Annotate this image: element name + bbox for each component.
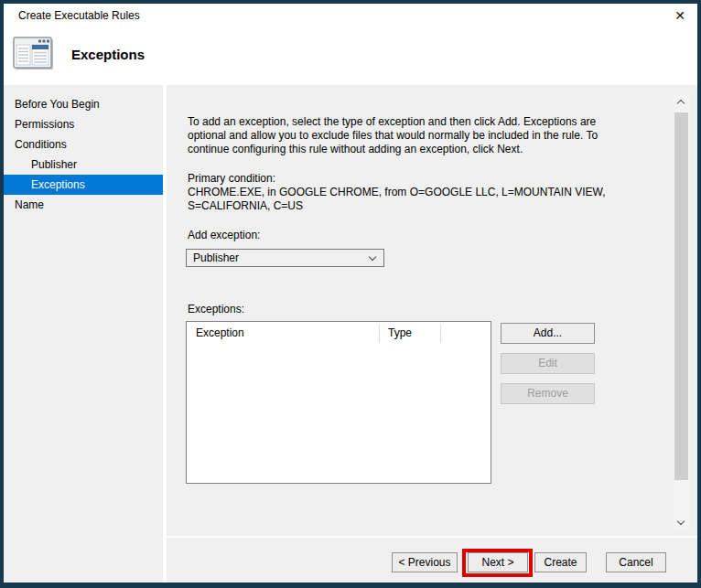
create-executable-rules-dialog: Create Executable Rules ✕ [0,0,701,588]
previous-button[interactable]: < Previous [392,552,458,572]
sidebar-item-permissions[interactable]: Permissions [4,114,163,134]
page-title: Exceptions [71,27,145,82]
exceptions-list-header: Exception Type [187,322,491,345]
titlebar: Create Executable Rules ✕ [4,4,697,27]
wizard-body: Before You Begin Permissions Conditions … [4,85,697,583]
wizard-page-icon [13,37,55,73]
window-title: Create Executable Rules [18,4,140,27]
scroll-down-button[interactable] [674,515,689,530]
sidebar-content-divider [163,85,167,583]
column-separator [440,325,441,343]
exceptions-list[interactable]: Exception Type [186,321,491,484]
cancel-button[interactable]: Cancel [606,552,666,572]
close-icon[interactable]: ✕ [664,5,696,27]
vertical-scrollbar[interactable] [674,94,689,530]
chevron-down-icon [369,253,376,261]
next-button[interactable]: Next > [468,552,528,572]
exception-type-selected-value: Publisher [193,250,239,266]
add-exception-label: Add exception: [188,229,260,242]
create-button[interactable]: Create [534,552,587,572]
intro-text: To add an exception, select the type of … [188,115,652,156]
wizard-step-list: Before You Begin Permissions Conditions … [4,94,163,215]
primary-condition-label: Primary condition: [188,172,275,186]
sidebar-item-name[interactable]: Name [4,195,163,215]
edit-button[interactable]: Edit [501,353,595,374]
sidebar-item-exceptions[interactable]: Exceptions [4,175,163,195]
column-header-type[interactable]: Type [388,322,412,345]
add-button[interactable]: Add... [501,323,595,344]
sidebar-item-conditions[interactable]: Conditions [4,134,163,155]
primary-condition-value: CHROME.EXE, in GOOGLE CHROME, from O=GOO… [188,186,652,213]
column-header-exception[interactable]: Exception [196,322,244,345]
wizard-header: Exceptions [4,27,697,85]
chevron-down-icon [677,518,685,525]
exception-type-dropdown[interactable]: Publisher [186,249,384,267]
footer-divider [167,536,697,538]
remove-button[interactable]: Remove [501,383,595,404]
sidebar-item-publisher[interactable]: Publisher [4,155,163,175]
exceptions-list-label: Exceptions: [188,303,244,316]
scrollbar-thumb[interactable] [674,112,688,480]
chevron-up-icon [677,100,685,107]
column-separator [379,325,380,343]
sidebar-item-before-you-begin[interactable]: Before You Begin [4,94,163,114]
scroll-up-button[interactable] [674,94,689,110]
wizard-steps-sidebar: Before You Begin Permissions Conditions … [4,85,163,583]
